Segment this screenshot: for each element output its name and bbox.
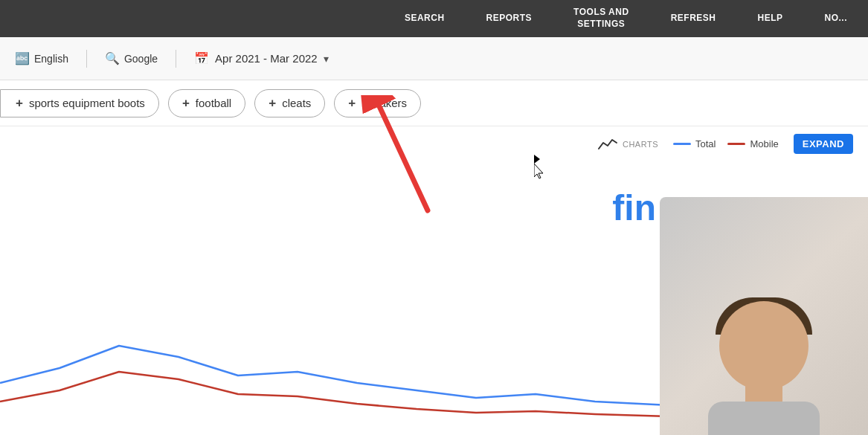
chart-icon-area: CHARTS <box>597 137 658 152</box>
add-icon: + <box>348 96 356 111</box>
person-face <box>719 301 808 390</box>
add-icon: + <box>16 96 23 111</box>
toolbar-divider-1 <box>86 50 87 68</box>
chart-top-bar: CHARTS Total Mobile EXPAND <box>0 126 868 154</box>
legend-total: Total <box>673 138 716 149</box>
date-range-label: Apr 2021 - Mar 2022 <box>215 52 318 65</box>
term-label-cleats: cleats <box>282 97 311 109</box>
term-chip-sports-equipment-boots[interactable]: + sports equipment boots <box>0 89 159 117</box>
chart-type-icon[interactable] <box>597 137 618 152</box>
chart-area: CHARTS Total Mobile EXPAND <box>0 126 868 435</box>
nav-help[interactable]: HELP <box>736 0 803 37</box>
nav-more[interactable]: NO... <box>803 0 868 37</box>
nav-search[interactable]: SEARCH <box>384 0 466 37</box>
term-chip-sneakers[interactable]: + sneakers <box>334 89 421 117</box>
person-silhouette <box>697 294 831 435</box>
top-nav: SEARCH REPORTS TOOLS AND SETTINGS REFRES… <box>0 0 868 37</box>
fin-text: fin <box>612 187 656 228</box>
nav-refresh[interactable]: REFRESH <box>650 0 737 37</box>
person-body <box>708 402 820 435</box>
chevron-down-icon: ▾ <box>324 53 329 65</box>
legend-total-line <box>673 143 691 145</box>
expand-button[interactable]: EXPAND <box>794 134 853 154</box>
legend-total-label: Total <box>695 138 716 149</box>
term-chip-football[interactable]: + football <box>168 89 245 117</box>
add-icon: + <box>182 96 190 111</box>
term-label-sneakers: sneakers <box>361 97 407 109</box>
nav-items: SEARCH REPORTS TOOLS AND SETTINGS REFRES… <box>384 0 868 37</box>
person-overlay <box>660 197 868 435</box>
nav-tools-settings-label: TOOLS AND SETTINGS <box>573 7 629 30</box>
term-label-sports-equipment-boots: sports equipment boots <box>29 97 145 109</box>
charts-label: CHARTS <box>623 140 658 149</box>
term-chip-cleats[interactable]: + cleats <box>254 89 325 117</box>
nav-more-label: NO... <box>824 13 847 25</box>
add-icon: + <box>269 96 276 111</box>
legend-mobile-line <box>727 143 745 145</box>
nav-help-label: HELP <box>757 13 782 25</box>
date-range-selector[interactable]: 📅 Apr 2021 - Mar 2022 ▾ <box>194 51 329 65</box>
nav-refresh-label: REFRESH <box>671 13 716 25</box>
nav-tools-settings[interactable]: TOOLS AND SETTINGS <box>553 0 650 37</box>
nav-reports-label: REPORTS <box>486 13 533 25</box>
toolbar: 🔤 English 🔍 Google 📅 Apr 2021 - Mar 2022… <box>0 37 868 80</box>
toolbar-divider-2 <box>176 50 176 68</box>
language-selector[interactable]: 🔤 English <box>15 51 68 65</box>
calendar-icon: 📅 <box>194 51 209 65</box>
legend: Total Mobile <box>673 138 779 149</box>
chart-svg-container: fin <box>0 154 868 435</box>
term-label-football: football <box>196 97 231 109</box>
search-engine-selector[interactable]: 🔍 Google <box>105 51 158 65</box>
nav-search-label: SEARCH <box>405 13 445 25</box>
search-engine-icon: 🔍 <box>105 51 120 65</box>
nav-reports[interactable]: REPORTS <box>466 0 553 37</box>
language-label: English <box>34 53 68 65</box>
legend-mobile-label: Mobile <box>750 138 778 149</box>
legend-mobile: Mobile <box>727 138 778 149</box>
search-terms-row: + sports equipment boots + football + cl… <box>0 80 868 126</box>
search-engine-label: Google <box>124 53 158 65</box>
language-icon: 🔤 <box>15 51 30 65</box>
